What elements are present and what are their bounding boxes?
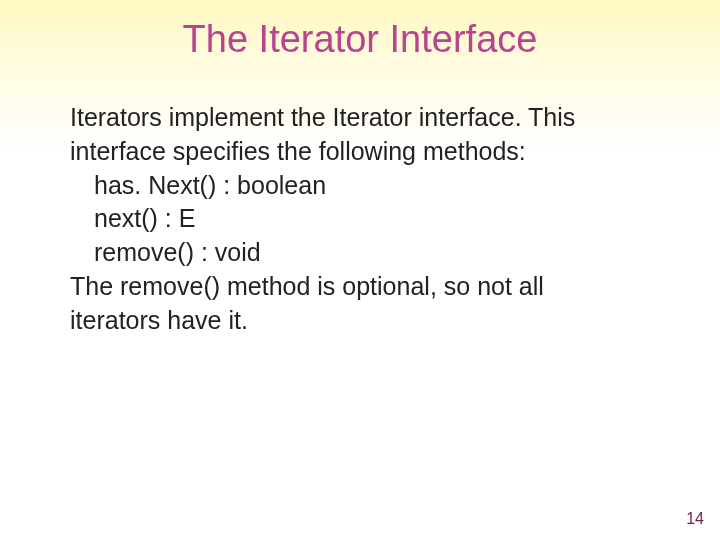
intro-line-2: interface specifies the following method… <box>70 135 660 169</box>
intro-line-1: Iterators implement the Iterator interfa… <box>70 101 660 135</box>
method-hasnext: has. Next() : boolean <box>70 169 660 203</box>
slide-title: The Iterator Interface <box>0 0 720 101</box>
outro-line-2: iterators have it. <box>70 304 660 338</box>
slide-body: Iterators implement the Iterator interfa… <box>0 101 720 337</box>
method-next: next() : E <box>70 202 660 236</box>
page-number: 14 <box>686 510 704 528</box>
method-remove: remove() : void <box>70 236 660 270</box>
outro-line-1: The remove() method is optional, so not … <box>70 270 660 304</box>
